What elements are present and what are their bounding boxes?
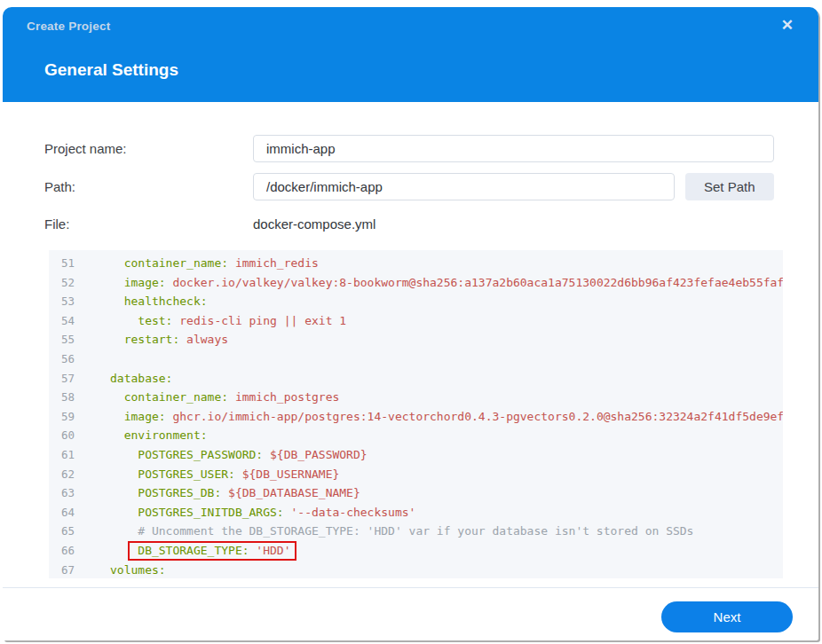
line-number: 61 <box>55 445 75 465</box>
code-line: 60 environment: <box>49 426 783 445</box>
code-text: test: redis-cli ping || exit 1 <box>75 311 346 331</box>
code-text <box>75 349 110 369</box>
yaml-value: redis-cli ping || exit 1 <box>172 314 346 327</box>
code-text: POSTGRES_USER: ${DB_USERNAME} <box>75 465 339 484</box>
code-text: healthcheck: <box>75 292 208 311</box>
line-number: 58 <box>55 388 75 407</box>
yaml-key: POSTGRES_USER: <box>138 467 235 481</box>
line-number: 51 <box>55 254 75 273</box>
code-text: POSTGRES_INITDB_ARGS: '--data-checksums' <box>75 503 415 522</box>
code-line: 54 test: redis-cli ping || exit 1 <box>49 311 783 331</box>
code-line: 66 DB_STORAGE_TYPE: 'HDD' <box>49 541 783 561</box>
code-line: 59 image: ghcr.io/immich-app/postgres:14… <box>49 407 783 427</box>
yaml-key: DB_STORAGE_TYPE: <box>138 544 249 557</box>
line-number: 67 <box>55 561 75 579</box>
set-path-button[interactable]: Set Path <box>685 173 774 200</box>
yaml-key: POSTGRES_PASSWORD: <box>138 448 263 461</box>
path-input[interactable] <box>253 173 675 200</box>
code-line: 67volumes: <box>49 561 783 579</box>
code-line: 61 POSTGRES_PASSWORD: ${DB_PASSWORD} <box>49 445 783 465</box>
code-line: 56 <box>49 349 783 369</box>
project-name-input[interactable] <box>253 135 774 162</box>
code-line: 53 healthcheck: <box>49 292 783 311</box>
line-number: 66 <box>55 541 75 561</box>
path-label: Path: <box>44 179 253 194</box>
yaml-key: container_name: <box>124 256 228 270</box>
code-line: 51 container_name: immich_redis <box>49 254 783 273</box>
path-row: Path: Set Path <box>44 173 818 200</box>
yaml-value: ${DB_DATABASE_NAME} <box>221 486 360 499</box>
yaml-value: immich_redis <box>228 256 319 270</box>
yaml-comment: # Uncomment the DB_STORAGE_TYPE: 'HDD' v… <box>138 524 693 538</box>
file-name-value: docker-compose.yml <box>253 216 375 232</box>
code-text: POSTGRES_DB: ${DB_DATABASE_NAME} <box>75 483 360 503</box>
dialog-title: Create Project <box>27 20 797 33</box>
yaml-value: docker.io/valkey/valkey:8-bookworm@sha25… <box>166 276 783 289</box>
yaml-code-editor[interactable]: 51 container_name: immich_redis52 image:… <box>49 250 783 578</box>
code-text: database: <box>75 369 172 389</box>
code-text: container_name: immich_redis <box>75 254 319 273</box>
yaml-value: '--data-checksums' <box>284 506 416 519</box>
yaml-value: always <box>179 333 228 346</box>
code-text: image: docker.io/valkey/valkey:8-bookwor… <box>75 273 783 293</box>
project-name-label: Project name: <box>44 141 253 156</box>
next-button[interactable]: Next <box>661 601 793 632</box>
code-text: # Uncomment the DB_STORAGE_TYPE: 'HDD' v… <box>75 522 693 541</box>
yaml-key: POSTGRES_INITDB_ARGS: <box>138 506 283 519</box>
code-line: 55 restart: always <box>49 330 783 349</box>
yaml-key: image: <box>124 276 166 289</box>
general-settings-form: Project name: Path: Set Path File: docke… <box>3 102 818 232</box>
annotation-highlight-box: DB_STORAGE_TYPE: 'HDD' <box>128 541 296 561</box>
code-text: DB_STORAGE_TYPE: 'HDD' <box>75 541 296 561</box>
yaml-key: POSTGRES_DB: <box>138 486 221 499</box>
yaml-value: immich_postgres <box>228 390 339 404</box>
yaml-key: restart: <box>124 333 180 346</box>
line-number: 54 <box>55 311 75 331</box>
code-line: 62 POSTGRES_USER: ${DB_USERNAME} <box>49 465 783 484</box>
yaml-value: ghcr.io/immich-app/postgres:14-vectorcho… <box>166 410 783 423</box>
code-text: image: ghcr.io/immich-app/postgres:14-ve… <box>75 407 783 427</box>
line-number: 53 <box>55 292 75 311</box>
code-text: restart: always <box>75 330 228 349</box>
code-line: 64 POSTGRES_INITDB_ARGS: '--data-checksu… <box>49 503 783 522</box>
yaml-key: image: <box>124 410 166 423</box>
close-icon[interactable]: ✕ <box>781 18 794 33</box>
line-number: 52 <box>55 273 75 293</box>
line-number: 60 <box>55 426 75 445</box>
line-number: 62 <box>55 465 75 484</box>
section-title: General Settings <box>44 60 797 80</box>
code-line: 52 image: docker.io/valkey/valkey:8-book… <box>49 273 783 293</box>
file-label: File: <box>44 216 253 232</box>
code-text: container_name: immich_postgres <box>75 388 339 407</box>
line-number: 65 <box>55 522 75 541</box>
line-number: 56 <box>55 349 75 369</box>
yaml-key: test: <box>138 314 172 327</box>
line-number: 64 <box>55 503 75 522</box>
code-line: 65 # Uncomment the DB_STORAGE_TYPE: 'HDD… <box>49 522 783 541</box>
line-number: 55 <box>55 330 75 349</box>
dialog-header: Create Project ✕ General Settings <box>3 7 818 102</box>
line-number: 57 <box>55 369 75 389</box>
code-line: 58 container_name: immich_postgres <box>49 388 783 407</box>
code-line: 57database: <box>49 369 783 389</box>
code-text: environment: <box>75 426 208 445</box>
yaml-value: ${DB_USERNAME} <box>235 467 339 481</box>
yaml-key: database: <box>110 372 172 385</box>
line-number: 59 <box>55 407 75 427</box>
dialog-footer: Next <box>3 587 818 640</box>
yaml-key: healthcheck: <box>124 295 208 308</box>
yaml-value: 'HDD' <box>249 544 291 557</box>
yaml-key: environment: <box>124 428 208 442</box>
project-name-row: Project name: <box>44 135 818 162</box>
code-line: 63 POSTGRES_DB: ${DB_DATABASE_NAME} <box>49 483 783 503</box>
file-row: File: docker-compose.yml <box>44 216 818 232</box>
line-number: 63 <box>55 483 75 503</box>
yaml-key: container_name: <box>124 390 228 404</box>
yaml-key: volumes: <box>110 563 166 577</box>
code-lines: 51 container_name: immich_redis52 image:… <box>49 254 783 578</box>
create-project-dialog: Create Project ✕ General Settings Projec… <box>3 7 818 640</box>
code-text: volumes: <box>75 561 166 579</box>
code-text: POSTGRES_PASSWORD: ${DB_PASSWORD} <box>75 445 368 465</box>
yaml-value: ${DB_PASSWORD} <box>263 448 367 461</box>
